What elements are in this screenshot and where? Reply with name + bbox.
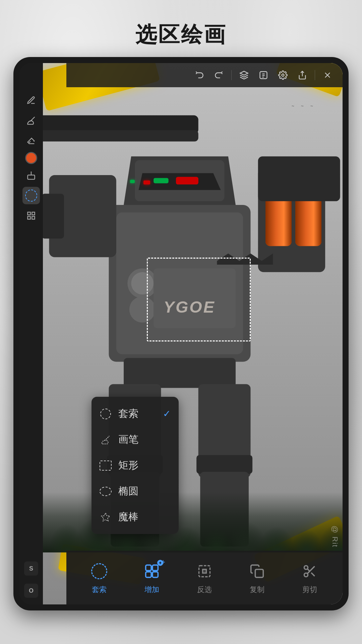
robot-eye-red [143,180,150,184]
bottom-copy-label: 复制 [250,585,264,595]
menu-item-ellipse[interactable]: 椭圆 [92,478,179,504]
undo-button[interactable] [191,67,208,84]
bottom-cut-icon [299,560,320,582]
canvas-area: ~ ~ ~ [43,63,343,604]
close-button[interactable] [319,67,336,84]
bottom-lasso-label: 套索 [92,585,107,595]
menu-item-brush[interactable]: 画笔 [92,427,179,452]
robot-eye-green [130,180,135,183]
svg-rect-23 [124,358,236,388]
svg-rect-11 [154,178,169,183]
brush-tool[interactable] [22,112,40,129]
svg-rect-40 [146,565,152,571]
svg-rect-10 [176,177,198,184]
svg-rect-3 [32,216,35,219]
svg-rect-0 [28,212,31,215]
bottom-toolbar: 套索 + 增加 [66,551,343,604]
svg-rect-32 [258,156,340,201]
page-title: 选区绘画 [0,0,362,63]
svg-rect-45 [255,570,263,578]
bottom-tool-add[interactable]: + 增加 [133,560,170,595]
ygoe-watermark: YGOE [164,298,216,316]
settings-button[interactable] [275,67,291,84]
svg-rect-41 [153,565,158,571]
fill-tool[interactable] [22,167,40,184]
bottom-tool-cut[interactable]: 剪切 [291,560,328,595]
svg-rect-42 [146,572,152,578]
svg-rect-27 [196,455,252,474]
bottom-tool-copy[interactable]: 复制 [239,560,276,595]
redo-button[interactable] [210,67,227,84]
bottom-tool-invert[interactable]: 反选 [186,560,223,595]
svg-point-35 [282,74,284,76]
top-toolbar [66,63,343,87]
export-button[interactable] [294,67,311,84]
svg-rect-1 [32,212,35,215]
menu-item-rect[interactable]: 矩形 [92,452,179,478]
layers-button[interactable] [236,67,252,84]
svg-point-46 [304,566,308,570]
bottom-cut-label: 剪切 [302,585,317,595]
mech-scene: ~ ~ ~ [43,63,343,604]
svg-rect-13 [43,194,64,239]
eraser-tool[interactable] [22,132,40,149]
bottom-copy-icon [246,560,268,582]
canvas-watermark: @ Rit [330,526,339,547]
color-picker[interactable] [25,152,37,164]
bottom-add-label: 增加 [144,585,159,595]
toolbar-separator-1 [231,70,232,80]
page-background: 选区绘画 [0,0,362,644]
brush-select-icon [100,434,112,446]
svg-rect-29 [200,472,249,547]
lasso-icon [100,408,112,420]
svg-rect-43 [153,572,158,578]
svg-rect-2 [28,216,31,219]
rect-icon [100,460,112,472]
tablet-frame: S O ~ ~ ~ [13,57,349,610]
birds: ~ ~ ~ [292,103,316,109]
bottom-add-icon: + [141,560,163,582]
ellipse-icon [100,485,112,497]
lasso-check: ✓ [163,408,171,419]
bottom-tool-lasso[interactable]: 套索 [81,560,118,595]
svg-marker-39 [102,513,110,521]
rect-label: 矩形 [118,459,171,472]
bottom-invert-label: 反选 [197,585,212,595]
left-sidebar: S O [19,63,43,604]
toolbar-separator-2 [315,70,315,80]
import-button[interactable] [255,67,272,84]
bottom-lasso-icon [88,560,110,582]
svg-rect-31 [43,130,198,141]
brush-label: 画笔 [118,433,171,446]
pencil-tool[interactable] [22,92,40,109]
selection-popup-menu: 套索 ✓ 画笔 [92,397,179,534]
lasso-label: 套索 [118,407,156,421]
o-button[interactable]: O [24,584,38,598]
selection-tool[interactable] [22,187,40,204]
menu-item-magic-wand[interactable]: 魔棒 [92,504,179,530]
svg-point-47 [304,573,308,577]
magic-wand-label: 魔棒 [118,510,171,524]
ellipse-label: 椭圆 [118,484,171,498]
bottom-invert-icon [194,560,215,582]
magic-wand-icon [100,511,112,523]
menu-item-lasso[interactable]: 套索 ✓ [92,401,179,427]
tablet-inner: S O ~ ~ ~ [19,63,343,604]
grid-tool[interactable] [22,207,40,224]
s-button[interactable]: S [24,561,38,576]
